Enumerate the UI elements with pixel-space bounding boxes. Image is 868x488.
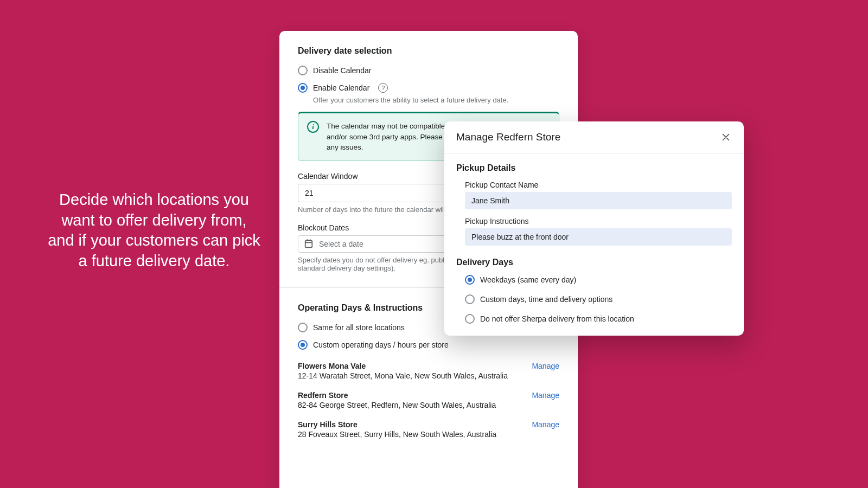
- store-address: 12-14 Waratah Street, Mona Vale, New Sou…: [298, 371, 508, 380]
- store-row: Flowers Mona Vale 12-14 Waratah Street, …: [298, 362, 559, 380]
- help-icon[interactable]: ?: [378, 83, 388, 93]
- radio-unchecked-icon[interactable]: [298, 66, 308, 75]
- store-address: 28 Foveaux Street, Surry Hills, New Sout…: [298, 430, 496, 439]
- radio-unchecked-icon[interactable]: [465, 314, 475, 324]
- radio-unchecked-icon[interactable]: [465, 294, 475, 304]
- manage-link[interactable]: Manage: [532, 420, 559, 429]
- enable-calendar-help: Offer your customers the ability to sele…: [313, 96, 559, 104]
- delivery-section-title: Delivery date selection: [298, 46, 559, 56]
- info-icon: i: [307, 121, 319, 133]
- radio-checked-icon[interactable]: [298, 340, 308, 350]
- manage-store-modal: Manage Redfern Store Pickup Details Pick…: [444, 121, 744, 336]
- disable-calendar-option[interactable]: Disable Calendar: [298, 66, 559, 75]
- pickup-contact-input[interactable]: [465, 192, 732, 209]
- modal-title: Manage Redfern Store: [456, 131, 560, 143]
- custom-days-option[interactable]: Custom days, time and delivery options: [465, 294, 732, 304]
- close-icon: [721, 132, 731, 142]
- calendar-icon: [304, 239, 314, 249]
- same-locations-label: Same for all store locations: [313, 323, 405, 332]
- weekdays-option[interactable]: Weekdays (same every day): [465, 275, 732, 285]
- custom-hours-label: Custom operating days / hours per store: [313, 341, 449, 349]
- store-name: Redfern Store: [298, 391, 496, 400]
- custom-hours-option[interactable]: Custom operating days / hours per store: [298, 340, 559, 350]
- modal-header: Manage Redfern Store: [444, 121, 744, 153]
- store-address: 82-84 George Street, Redfern, New South …: [298, 401, 496, 409]
- custom-days-label: Custom days, time and delivery options: [480, 295, 612, 304]
- store-row: Surry Hills Store 28 Foveaux Street, Sur…: [298, 420, 559, 439]
- enable-calendar-label: Enable Calendar: [313, 84, 369, 92]
- radio-checked-icon[interactable]: [465, 275, 475, 285]
- manage-link[interactable]: Manage: [532, 362, 559, 370]
- store-row: Redfern Store 82-84 George Street, Redfe…: [298, 391, 559, 409]
- no-delivery-label: Do not offer Sherpa delivery from this l…: [480, 314, 634, 323]
- modal-body: Pickup Details Pickup Contact Name Picku…: [444, 153, 744, 336]
- pickup-instructions-label: Pickup Instructions: [465, 217, 732, 226]
- headline-text: Decide which locations you want to offer…: [48, 190, 260, 272]
- store-name: Flowers Mona Vale: [298, 362, 508, 370]
- pickup-instructions-input[interactable]: [465, 228, 732, 246]
- delivery-days-title: Delivery Days: [456, 258, 732, 267]
- enable-calendar-option[interactable]: Enable Calendar ?: [298, 83, 559, 93]
- store-name: Surry Hills Store: [298, 420, 496, 429]
- pickup-contact-label: Pickup Contact Name: [465, 181, 732, 189]
- disable-calendar-label: Disable Calendar: [313, 66, 371, 75]
- radio-checked-icon[interactable]: [298, 83, 308, 93]
- close-button[interactable]: [720, 131, 732, 143]
- blockout-date-placeholder: Select a date: [319, 240, 363, 248]
- weekdays-label: Weekdays (same every day): [480, 275, 576, 284]
- no-delivery-option[interactable]: Do not offer Sherpa delivery from this l…: [465, 314, 732, 324]
- manage-link[interactable]: Manage: [532, 391, 559, 400]
- radio-unchecked-icon[interactable]: [298, 323, 308, 332]
- pickup-details-title: Pickup Details: [456, 163, 732, 173]
